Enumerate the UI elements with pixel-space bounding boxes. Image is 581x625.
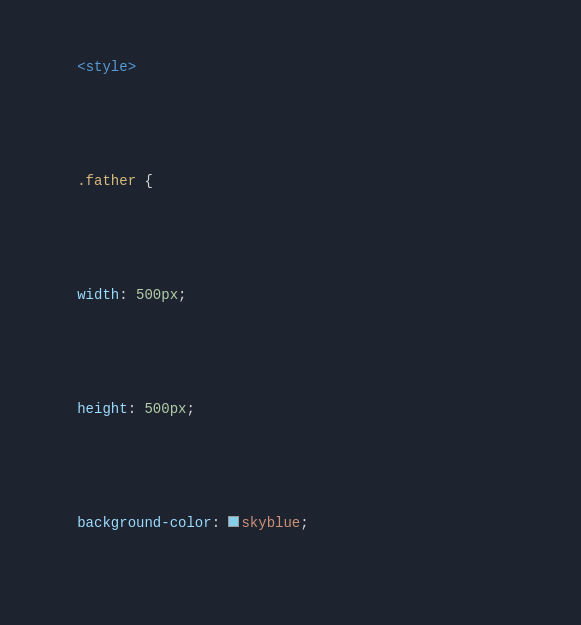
code-line-2: .father { xyxy=(0,124,581,238)
code-line-1: <style> xyxy=(0,10,581,124)
code-line-5: background-color: skyblue; xyxy=(0,466,581,580)
code-line-4: height: 500px; xyxy=(0,352,581,466)
color-swatch-skyblue xyxy=(228,516,239,527)
code-line-3: width: 500px; xyxy=(0,238,581,352)
code-line-6: } xyxy=(0,580,581,625)
code-editor: <style> .father { width: 500px; height: … xyxy=(0,0,581,625)
